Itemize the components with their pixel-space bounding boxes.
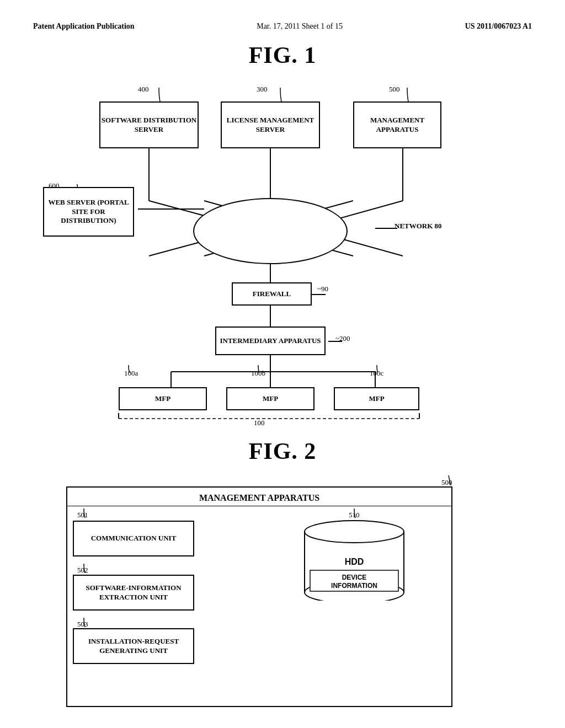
box-mfp-c: MFP [334, 387, 419, 410]
box-600: WEB SERVER (PORTAL SITE FOR DISTRIBUTION… [43, 187, 134, 237]
num-400: 400 [138, 85, 149, 94]
box-500: MANAGEMENT APPARATUS [353, 101, 441, 148]
svg-point-23 [305, 521, 404, 543]
fig1-title: FIG. 1 [33, 42, 532, 68]
num-300: 300 [257, 85, 268, 94]
fig2-title: FIG. 2 [33, 438, 532, 464]
box-300: LICENSE MANAGEMENT SERVER [221, 101, 320, 148]
box-sw-info-extraction: SOFTWARE-INFORMATION EXTRACTION UNIT [73, 575, 194, 611]
box-firewall: FIREWALL [232, 282, 312, 306]
box-intermediary: INTERMEDIARY APPARATUS [215, 326, 326, 355]
header-date-sheet: Mar. 17, 2011 Sheet 1 of 15 [257, 22, 343, 31]
box-mfp-a: MFP [119, 387, 207, 410]
patent-number: US 2011/0067023 A1 [465, 22, 532, 31]
fig2-num-500: 500 [441, 478, 452, 487]
network-label: NETWORK 80 [395, 222, 442, 231]
fig2-num-502: 502 [77, 566, 88, 575]
num-100a: 100a [124, 369, 138, 378]
svg-text:HDD: HDD [345, 557, 364, 566]
svg-text:DEVICE: DEVICE [342, 574, 367, 581]
fig2-num-501: 501 [77, 511, 88, 520]
num-100b: 100b [251, 369, 265, 378]
num-100c: 100c [370, 369, 383, 378]
box-mfp-b: MFP [226, 387, 315, 410]
num-500: 500 [389, 85, 400, 94]
fig2-num-503: 503 [77, 620, 88, 629]
fig2-diagram: 500 MANAGEMENT APPARATUS 501 510 COMMUNI… [33, 475, 532, 713]
patent-publication-label: Patent Application Publication [33, 22, 135, 31]
fig2-title-label: MANAGEMENT APPARATUS [67, 488, 451, 506]
box-400: SOFTWARE DISTRIBUTION SERVER [99, 101, 199, 148]
box-install-req-gen: INSTALLATION-REQUEST GENERATING UNIT [73, 628, 194, 664]
network-ellipse [193, 198, 348, 264]
num-90: ~90 [317, 285, 328, 293]
fig1-diagram: 400 300 500 600 SOFTWARE DISTRIBUTION SE… [33, 79, 532, 421]
svg-text:INFORMATION: INFORMATION [331, 582, 377, 590]
num-100: 100 [254, 419, 265, 427]
hdd-cylinder: HDD DEVICE INFORMATION [299, 518, 409, 603]
num-200: ~200 [335, 334, 350, 343]
box-comm-unit: COMMUNICATION UNIT [73, 521, 194, 556]
fig2-outer-box: MANAGEMENT APPARATUS 501 510 COMMUNICATI… [66, 486, 452, 707]
